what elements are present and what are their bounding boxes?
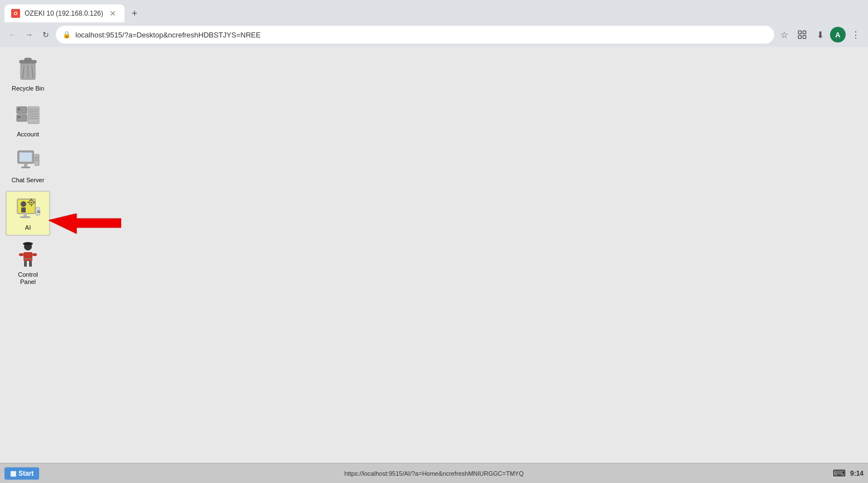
svg-rect-46	[24, 261, 27, 267]
account-label: Account	[17, 131, 39, 138]
lock-icon: 🔒	[63, 31, 71, 39]
svg-rect-23	[21, 167, 30, 168]
svg-rect-24	[35, 154, 39, 165]
svg-rect-38	[20, 216, 30, 218]
svg-rect-5	[25, 58, 31, 61]
taskbar-url: https://localhost:9515/AI/?a=Home&ncrefr…	[345, 470, 524, 477]
recycle-bin-label: Recycle Bin	[12, 85, 44, 92]
browser-menu-button[interactable]: ⋮	[848, 27, 864, 42]
control-panel-label: ControlPanel	[18, 271, 37, 286]
back-button[interactable]: ←	[4, 27, 20, 42]
taskbar-right: ⌨ 9:14	[833, 468, 864, 479]
start-icon: ▦	[10, 470, 16, 477]
ai-icon[interactable]: AI AI	[6, 191, 50, 236]
extension-button[interactable]	[794, 27, 810, 42]
nav-buttons: ← → ↻	[4, 27, 54, 42]
ai-label: AI	[25, 224, 31, 231]
address-text: localhost:9515/?a=Desktop&ncrefreshHDBST…	[75, 31, 767, 39]
chat-server-label: Chat Server	[12, 177, 45, 184]
desktop: Recycle Bin Ac	[0, 47, 868, 463]
svg-rect-13	[18, 108, 20, 110]
desktop-icons-container: Recycle Bin Ac	[6, 53, 50, 289]
svg-rect-37	[23, 214, 27, 216]
address-bar-row: ← → ↻ 🔒 localhost:9515/?a=Desktop&ncrefr…	[0, 22, 868, 47]
svg-rect-1	[803, 31, 806, 34]
chat-server-icon[interactable]: Chat Server	[6, 144, 50, 187]
svg-rect-14	[18, 116, 20, 118]
svg-rect-30	[21, 207, 26, 212]
browser-chrome: O OZEKI 10 (192.168.0.126) ✕ + ← → ↻ 🔒 l…	[0, 0, 868, 47]
profile-button[interactable]: A	[830, 27, 846, 42]
svg-marker-49	[49, 214, 121, 234]
svg-rect-2	[798, 36, 801, 39]
new-tab-button[interactable]: +	[127, 6, 142, 21]
account-icon[interactable]: Account	[6, 98, 50, 141]
svg-rect-0	[798, 31, 801, 34]
account-image	[15, 102, 41, 129]
tab-favicon: O	[11, 9, 20, 18]
svg-point-32	[31, 201, 32, 203]
svg-text:AI: AI	[37, 210, 40, 214]
bookmark-button[interactable]: ☆	[776, 27, 792, 42]
address-bar-container[interactable]: 🔒 localhost:9515/?a=Desktop&ncrefreshHDB…	[56, 26, 774, 44]
svg-rect-22	[24, 163, 27, 167]
red-arrow-annotation	[49, 214, 121, 244]
start-label: Start	[18, 470, 34, 477]
tab-close-button[interactable]: ✕	[108, 8, 118, 18]
chat-server-image	[15, 148, 41, 174]
svg-point-42	[23, 242, 33, 245]
reload-button[interactable]: ↻	[38, 27, 54, 42]
ai-image: AI	[15, 195, 41, 222]
tab-title: OZEKI 10 (192.168.0.126)	[25, 10, 103, 17]
download-button[interactable]: ⬇	[812, 27, 828, 42]
taskbar-time: 9:14	[850, 470, 864, 477]
svg-rect-43	[23, 252, 32, 261]
forward-button[interactable]: →	[21, 27, 37, 42]
recycle-bin-image	[15, 56, 41, 83]
tab-bar: O OZEKI 10 (192.168.0.126) ✕ +	[0, 0, 868, 22]
taskbar-icons: ⌨	[833, 468, 846, 479]
svg-point-29	[21, 201, 26, 207]
recycle-bin-icon[interactable]: Recycle Bin	[6, 53, 50, 96]
svg-rect-3	[803, 36, 806, 39]
svg-rect-28	[17, 199, 35, 214]
svg-rect-47	[29, 261, 32, 267]
svg-rect-21	[20, 153, 32, 162]
svg-rect-45	[32, 253, 37, 256]
control-panel-icon[interactable]: ControlPanel	[6, 239, 50, 289]
taskbar: ▦ Start https://localhost:9515/AI/?a=Hom…	[0, 463, 868, 483]
browser-tab[interactable]: O OZEKI 10 (192.168.0.126) ✕	[4, 4, 125, 22]
keyboard-icon: ⌨	[833, 468, 846, 479]
svg-rect-44	[19, 253, 23, 256]
start-button[interactable]: ▦ Start	[4, 467, 39, 480]
control-panel-image	[15, 242, 41, 269]
